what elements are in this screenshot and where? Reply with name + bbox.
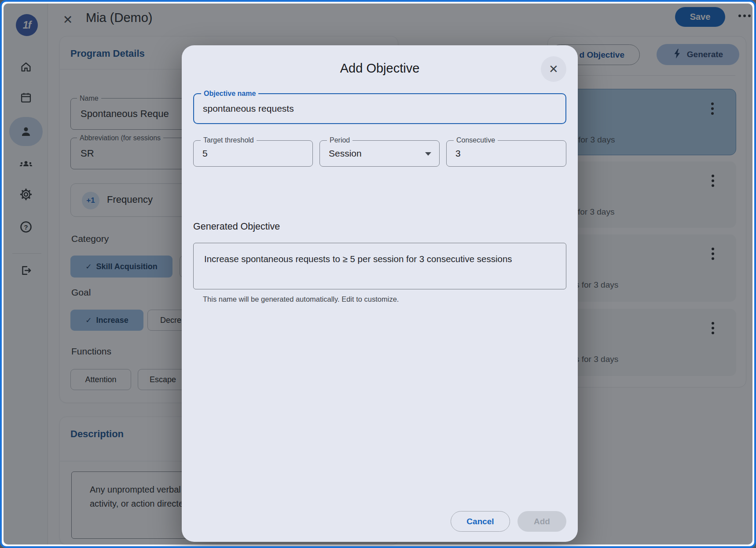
app-window: 1f bbox=[0, 0, 756, 548]
generated-objective-heading: Generated Objective bbox=[193, 221, 280, 232]
cancel-button-label: Cancel bbox=[466, 517, 494, 526]
generated-objective-box: Increase spontaneous requests to ≥ 5 per… bbox=[193, 243, 566, 289]
period-select[interactable] bbox=[329, 141, 422, 166]
close-icon: ✕ bbox=[549, 62, 558, 76]
chevron-down-icon[interactable] bbox=[425, 152, 431, 156]
modal-close-button[interactable]: ✕ bbox=[541, 56, 566, 82]
generated-objective-text: Increase spontaneous requests to ≥ 5 per… bbox=[204, 251, 525, 267]
period-field: Period bbox=[319, 140, 440, 167]
screen: 1f bbox=[0, 0, 756, 548]
modal-title: Add Objective bbox=[182, 61, 578, 76]
objective-name-input[interactable] bbox=[203, 94, 548, 123]
consecutive-input[interactable] bbox=[455, 141, 548, 166]
target-threshold-input[interactable] bbox=[202, 141, 295, 166]
add-button-disabled[interactable]: Add bbox=[517, 511, 566, 532]
add-objective-modal: Add Objective ✕ Objective name Target th… bbox=[182, 45, 578, 542]
consecutive-field: Consecutive bbox=[446, 140, 566, 167]
generated-objective-helper: This name will be generated automaticall… bbox=[203, 295, 399, 303]
cancel-button[interactable]: Cancel bbox=[451, 511, 510, 532]
objective-name-field: Objective name bbox=[193, 93, 566, 124]
add-button-label: Add bbox=[534, 517, 550, 526]
target-threshold-field: Target threshold bbox=[193, 140, 313, 167]
